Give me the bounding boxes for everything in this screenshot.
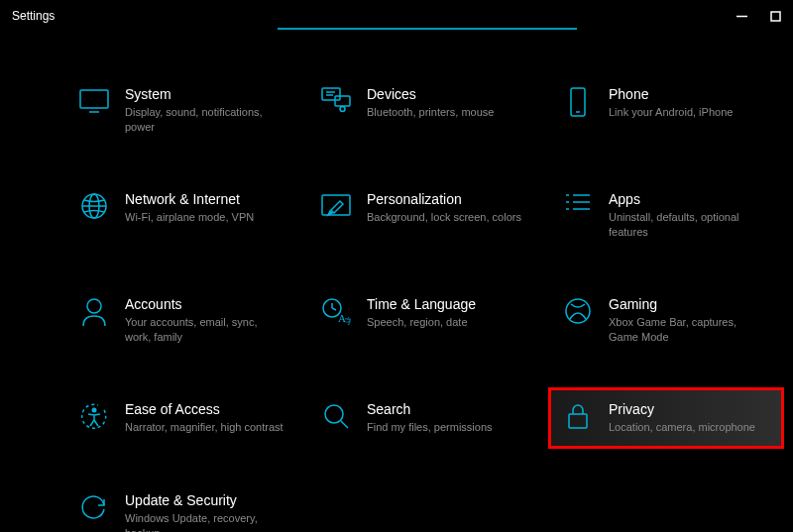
category-privacy[interactable]: Privacy Location, camera, microphone xyxy=(548,387,784,449)
globe-icon xyxy=(77,192,111,226)
category-search[interactable]: Search Find my files, permissions xyxy=(313,394,539,442)
list-icon xyxy=(561,192,595,226)
category-title: Accounts xyxy=(125,295,289,313)
svg-rect-1 xyxy=(771,12,780,21)
svg-rect-4 xyxy=(322,88,340,100)
category-apps[interactable]: Apps Uninstall, defaults, optional featu… xyxy=(555,184,781,246)
svg-rect-31 xyxy=(569,414,587,428)
category-title: Gaming xyxy=(609,295,773,313)
search-underline[interactable] xyxy=(278,26,577,30)
category-desc: Narrator, magnifier, high contrast xyxy=(125,420,283,435)
category-title: Devices xyxy=(367,85,531,103)
category-desc: Find my files, permissions xyxy=(367,420,525,435)
svg-line-24 xyxy=(332,308,336,310)
category-desc: Wi-Fi, airplane mode, VPN xyxy=(125,210,283,225)
svg-point-21 xyxy=(87,299,101,313)
category-title: Search xyxy=(367,400,531,418)
svg-point-6 xyxy=(340,107,345,112)
svg-point-27 xyxy=(566,299,590,323)
category-desc: Xbox Game Bar, captures, Game Mode xyxy=(609,315,767,345)
category-title: System xyxy=(125,85,289,103)
minimize-button[interactable] xyxy=(736,10,747,22)
search-icon xyxy=(319,402,353,436)
category-gaming[interactable]: Gaming Xbox Game Bar, captures, Game Mod… xyxy=(555,289,781,351)
window-title: Settings xyxy=(12,9,55,23)
category-title: Personalization xyxy=(367,190,531,208)
time-language-icon: A字 xyxy=(319,297,353,331)
ease-of-access-icon xyxy=(77,402,111,436)
category-devices[interactable]: Devices Bluetooth, printers, mouse xyxy=(313,79,539,141)
category-desc: Your accounts, email, sync, work, family xyxy=(125,315,283,345)
category-accounts[interactable]: Accounts Your accounts, email, sync, wor… xyxy=(71,289,297,351)
window-controls xyxy=(736,10,781,22)
category-desc: Location, camera, microphone xyxy=(609,420,767,435)
category-desc: Bluetooth, printers, mouse xyxy=(367,105,525,120)
category-ease-of-access[interactable]: Ease of Access Narrator, magnifier, high… xyxy=(71,394,297,442)
category-title: Privacy xyxy=(609,400,773,418)
svg-point-28 xyxy=(92,407,97,412)
devices-icon xyxy=(319,87,353,121)
category-title: Network & Internet xyxy=(125,190,289,208)
lock-icon xyxy=(561,402,595,436)
person-icon xyxy=(77,297,111,331)
category-desc: Display, sound, notifications, power xyxy=(125,105,283,135)
category-time-language[interactable]: A字 Time & Language Speech, region, date xyxy=(313,289,539,351)
category-desc: Uninstall, defaults, optional features xyxy=(609,210,767,240)
category-desc: Link your Android, iPhone xyxy=(609,105,767,120)
category-title: Time & Language xyxy=(367,295,531,313)
category-desc: Background, lock screen, colors xyxy=(367,210,525,225)
category-title: Update & Security xyxy=(125,491,289,509)
settings-grid: System Display, sound, notifications, po… xyxy=(71,79,773,532)
system-icon xyxy=(77,87,111,121)
maximize-button[interactable] xyxy=(769,10,781,22)
svg-rect-2 xyxy=(80,90,108,108)
category-phone[interactable]: Phone Link your Android, iPhone xyxy=(555,79,781,141)
svg-line-30 xyxy=(341,421,348,428)
svg-point-29 xyxy=(325,405,343,423)
phone-icon xyxy=(561,87,595,121)
paintbrush-icon xyxy=(319,192,353,226)
category-title: Apps xyxy=(609,190,773,208)
category-system[interactable]: System Display, sound, notifications, po… xyxy=(71,79,297,141)
category-personalization[interactable]: Personalization Background, lock screen,… xyxy=(313,184,539,246)
update-icon xyxy=(77,493,111,527)
category-network[interactable]: Network & Internet Wi-Fi, airplane mode,… xyxy=(71,184,297,246)
xbox-icon xyxy=(561,297,595,331)
category-title: Ease of Access xyxy=(125,400,289,418)
category-desc: Speech, region, date xyxy=(367,315,525,330)
category-update-security[interactable]: Update & Security Windows Update, recove… xyxy=(71,485,297,532)
category-title: Phone xyxy=(609,85,773,103)
svg-text:字: 字 xyxy=(345,317,351,325)
category-desc: Windows Update, recovery, backup xyxy=(125,511,283,532)
svg-rect-5 xyxy=(335,96,350,106)
